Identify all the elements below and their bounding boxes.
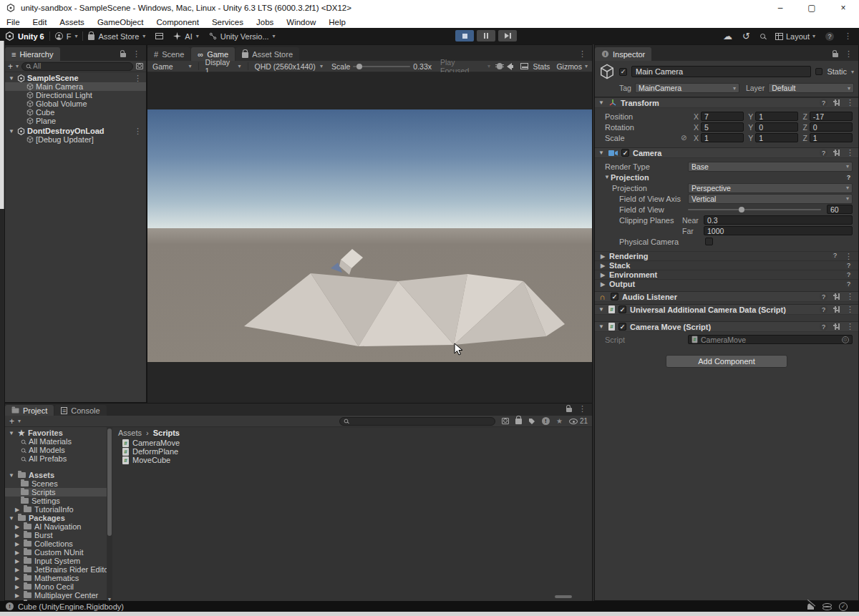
- mute-audio-icon[interactable]: [507, 63, 512, 70]
- physical-camera-checkbox[interactable]: [705, 238, 713, 245]
- open-search-window-icon[interactable]: [136, 63, 143, 69]
- tab-asset-store[interactable]: Asset Store: [236, 47, 299, 61]
- tree-packages[interactable]: ▼Packages: [5, 514, 107, 522]
- tree-all-materials[interactable]: All Materials: [5, 437, 107, 446]
- hierarchy-item-directional-light[interactable]: Directional Light: [5, 91, 146, 99]
- foldout-stack[interactable]: ▶ Stack ?: [595, 260, 858, 270]
- tree-burst[interactable]: ▶Burst: [5, 531, 107, 539]
- help-icon[interactable]: ?: [845, 280, 853, 288]
- help-icon[interactable]: ?: [825, 32, 834, 41]
- close-button[interactable]: ×: [828, 0, 859, 16]
- projection-dropdown[interactable]: Perspective▾: [688, 183, 853, 193]
- help-icon[interactable]: ?: [831, 252, 839, 260]
- help-icon[interactable]: ?: [820, 99, 828, 107]
- kebab-menu-icon[interactable]: ⋮: [846, 292, 854, 301]
- help-icon[interactable]: ?: [820, 149, 828, 157]
- menu-component[interactable]: Component: [150, 18, 205, 26]
- tree-jetbrains-rider[interactable]: ▶JetBrains Rider Editor: [5, 565, 107, 574]
- menu-gameobject[interactable]: GameObject: [91, 18, 150, 26]
- hierarchy-item-global-volume[interactable]: Global Volume: [5, 99, 146, 108]
- alert-filter-icon[interactable]: !: [542, 417, 550, 425]
- scale-slider[interactable]: [353, 66, 410, 67]
- account-dropdown[interactable]: F ▾: [50, 32, 83, 41]
- render-type-dropdown[interactable]: Base▾: [688, 162, 853, 172]
- menu-assets[interactable]: Assets: [53, 18, 91, 26]
- gameobject-name-field[interactable]: Main Camera: [631, 66, 811, 77]
- kebab-menu-icon[interactable]: ⋮: [846, 322, 854, 331]
- layout-dropdown[interactable]: Layout ▾: [775, 32, 815, 41]
- minimize-button[interactable]: –: [765, 0, 796, 16]
- help-icon[interactable]: ?: [820, 293, 828, 300]
- uacd-header[interactable]: ▼ # ✓ Universal Additional Camera Data (…: [595, 304, 858, 315]
- static-checkbox[interactable]: [815, 68, 822, 75]
- history-icon[interactable]: ↺: [742, 31, 750, 41]
- tree-mathematics[interactable]: ▶Mathematics: [5, 574, 107, 582]
- kebab-menu-icon[interactable]: ⋮: [844, 31, 852, 41]
- layer-dropdown[interactable]: Default ▾: [768, 83, 854, 93]
- scrollbar-thumb[interactable]: [107, 429, 112, 536]
- package-filter-icon[interactable]: [515, 419, 522, 424]
- tree-favorites[interactable]: ▼★Favorites: [5, 429, 107, 437]
- breadcrumb-scripts[interactable]: Scripts: [153, 429, 180, 437]
- scale-z-field[interactable]: 1: [810, 133, 853, 142]
- link-constrain-icon[interactable]: ⊘: [681, 134, 689, 142]
- help-icon[interactable]: ?: [820, 323, 828, 331]
- position-y-field[interactable]: 1: [755, 112, 798, 121]
- chevron-down-icon[interactable]: ▾: [16, 63, 19, 69]
- tag-dropdown[interactable]: MainCamera ▾: [635, 83, 739, 93]
- file-deformplane[interactable]: #DeformPlane: [112, 447, 592, 456]
- menu-file[interactable]: File: [0, 18, 26, 26]
- position-z-field[interactable]: -17: [810, 112, 853, 121]
- object-picker-icon[interactable]: ⊙: [842, 336, 849, 343]
- scale-x-field[interactable]: 1: [701, 133, 744, 142]
- cloud-icon[interactable]: ☁: [723, 31, 732, 41]
- fov-axis-dropdown[interactable]: Vertical▾: [688, 194, 853, 204]
- foldout-rendering[interactable]: ▶ Rendering ?⋮: [595, 251, 858, 260]
- rotation-x-field[interactable]: 5: [701, 122, 744, 132]
- menu-help[interactable]: Help: [322, 18, 352, 26]
- rotation-z-field[interactable]: 0: [810, 122, 853, 132]
- far-field[interactable]: 1000: [704, 226, 853, 235]
- tree-input-system[interactable]: ▶Input System: [5, 557, 107, 565]
- tree-custom-nunit[interactable]: ▶Custom NUnit: [5, 548, 107, 557]
- camera-move-checkbox[interactable]: ✓: [618, 323, 626, 331]
- presets-icon[interactable]: [833, 323, 840, 330]
- check-circle-icon[interactable]: ✓: [839, 602, 848, 611]
- file-movecube[interactable]: #MoveCube: [112, 456, 592, 464]
- help-icon[interactable]: ?: [845, 262, 853, 270]
- lock-icon[interactable]: [120, 53, 126, 57]
- hierarchy-item-scene[interactable]: ▼ SampleScene ⋮: [5, 74, 146, 82]
- near-field[interactable]: 0.3: [704, 215, 853, 225]
- tree-scenes[interactable]: Scenes: [5, 479, 107, 488]
- hierarchy-item-main-camera[interactable]: Main Camera: [5, 82, 146, 91]
- favorites-star-icon[interactable]: ★: [556, 417, 563, 425]
- presets-icon[interactable]: [833, 99, 840, 106]
- kebab-menu-icon[interactable]: ⋮: [132, 49, 140, 59]
- lock-icon[interactable]: [833, 53, 838, 57]
- tree-all-prefabs[interactable]: All Prefabs: [5, 454, 107, 463]
- label-filter-icon[interactable]: [528, 418, 535, 425]
- foldout-output[interactable]: ▶ Output ?: [595, 279, 858, 288]
- help-icon[interactable]: ?: [845, 271, 853, 279]
- hierarchy-search-input[interactable]: All: [21, 62, 133, 71]
- horizontal-scrollbar[interactable]: [112, 595, 592, 599]
- script-object-field[interactable]: # CameraMove ⊙: [688, 335, 853, 344]
- camera-move-header[interactable]: ▼ # ✓ Camera Move (Script) ? ⋮: [595, 321, 858, 332]
- menu-edit[interactable]: Edit: [26, 18, 54, 26]
- status-message[interactable]: Cube (UnityEngine.Rigidbody): [18, 602, 124, 611]
- rotation-y-field[interactable]: 0: [755, 122, 798, 132]
- help-icon[interactable]: ?: [845, 173, 853, 181]
- foldout-arrow-icon[interactable]: ▼: [8, 75, 15, 82]
- menu-jobs[interactable]: Jobs: [250, 18, 280, 26]
- gizmos-dropdown[interactable]: Gizmos ▾: [554, 62, 589, 71]
- foldout-arrow-icon[interactable]: ▼: [8, 128, 15, 135]
- play-stop-button[interactable]: [455, 30, 474, 41]
- open-search-window-icon[interactable]: [502, 418, 509, 424]
- kebab-menu-icon[interactable]: ⋮: [845, 49, 853, 59]
- add-button[interactable]: +: [8, 62, 13, 72]
- tree-collections[interactable]: ▶Collections: [5, 539, 107, 548]
- foldout-arrow-icon[interactable]: ▼: [598, 323, 605, 330]
- transform-component-header[interactable]: ▼ Transform ? ⋮: [595, 97, 858, 108]
- tree-all-models[interactable]: All Models: [5, 446, 107, 454]
- maximize-button[interactable]: ▢: [796, 0, 828, 16]
